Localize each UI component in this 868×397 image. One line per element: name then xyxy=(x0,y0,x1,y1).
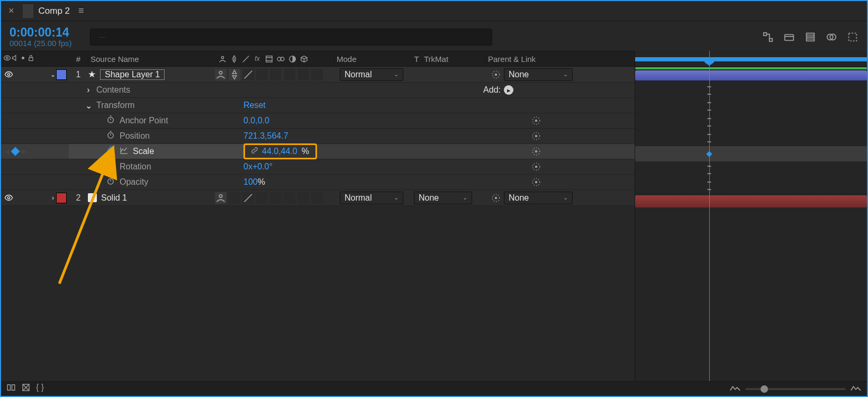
layer-index: 2 xyxy=(69,193,88,203)
toggle-brackets-icon[interactable]: { } xyxy=(36,383,44,395)
constrain-proportions-icon[interactable] xyxy=(250,146,259,157)
trkmat-header[interactable]: TrkMat xyxy=(422,55,485,64)
column-header-row: # Source Name fx Mode T TrkMat Parent & … xyxy=(1,51,635,67)
current-time-display[interactable]: 0:00:00:14 00014 (25.00 fps) xyxy=(10,26,84,48)
keyframe-navigator[interactable]: ◀ ▶ xyxy=(4,148,26,155)
parent-header[interactable]: Parent & Link xyxy=(485,55,624,64)
pickwhip-icon[interactable] xyxy=(531,116,541,125)
parent-select[interactable]: None⌄ xyxy=(504,192,573,204)
chevron-right-icon[interactable]: › xyxy=(50,194,56,202)
prop-label: Position xyxy=(120,131,150,141)
group-contents[interactable]: › Contents Add: ▸ xyxy=(1,83,635,98)
stopwatch-icon[interactable] xyxy=(106,176,115,188)
timeline-footer: { } xyxy=(1,381,867,396)
label-color-swatch[interactable] xyxy=(56,69,67,80)
chevron-right-icon[interactable]: › xyxy=(85,85,92,95)
stopwatch-icon[interactable] xyxy=(106,130,115,142)
motion-blur-icon[interactable] xyxy=(847,31,858,43)
graph-editor-icon[interactable] xyxy=(120,146,129,157)
switches-header: fx xyxy=(215,55,334,64)
trkmat-select[interactable]: None⌄ xyxy=(414,192,472,204)
collapse-icon xyxy=(229,55,239,64)
shy-switch[interactable] xyxy=(215,192,227,204)
timecode[interactable]: 0:00:00:14 xyxy=(10,26,84,39)
panel-menu-icon[interactable]: ≡ xyxy=(78,5,84,16)
reset-link[interactable]: Reset xyxy=(243,101,266,110)
prop-opacity[interactable]: Opacity 100% xyxy=(1,175,635,190)
prop-value[interactable]: 0.0,0.0 xyxy=(243,116,269,125)
quality-switch[interactable] xyxy=(242,192,254,204)
zoom-out-icon[interactable] xyxy=(729,384,741,394)
visibility-toggle[interactable] xyxy=(4,193,13,202)
toggle-modes-icon[interactable] xyxy=(21,383,31,395)
comp-flowchart-icon[interactable] xyxy=(762,31,774,43)
group-label: Contents xyxy=(96,85,130,95)
group-transform[interactable]: ⌄ Transform Reset xyxy=(1,98,635,113)
stopwatch-icon[interactable] xyxy=(106,161,115,173)
current-time-indicator[interactable] xyxy=(709,51,710,381)
svg-point-36 xyxy=(7,196,10,198)
prop-position[interactable]: Position 721.3,564.7 xyxy=(1,129,635,144)
layer-row-shape-layer-1[interactable]: ⌄ 1 ★ Shape Layer 1 Normal⌄ xyxy=(1,67,635,83)
prev-keyframe-icon[interactable]: ◀ xyxy=(4,148,9,155)
pickwhip-icon[interactable] xyxy=(531,131,541,141)
prop-label: Anchor Point xyxy=(120,116,168,125)
timeline-zoom-slider[interactable] xyxy=(729,384,862,394)
layer-bar-solid[interactable] xyxy=(635,195,867,207)
add-label: Add: xyxy=(483,85,501,95)
timeline-search-input[interactable] xyxy=(90,29,492,46)
next-keyframe-icon[interactable]: ▶ xyxy=(22,148,26,155)
parent-select[interactable]: None⌄ xyxy=(504,68,573,81)
prop-scale[interactable]: ◀ ▶ Scale 44.0,44.0% xyxy=(1,144,635,159)
solid-layer-icon xyxy=(88,193,97,202)
label-color-swatch[interactable] xyxy=(56,193,67,203)
layer-row-solid-1[interactable]: › 2 Solid 1 Normal⌄ xyxy=(1,190,635,206)
layer-bar-shape[interactable] xyxy=(635,70,867,80)
toggle-switches-icon[interactable] xyxy=(6,383,16,395)
blend-mode-select[interactable]: Normal⌄ xyxy=(340,192,403,204)
mode-header[interactable]: Mode xyxy=(334,55,411,64)
blend-mode-select[interactable]: Normal⌄ xyxy=(340,68,403,81)
prop-anchor-point[interactable]: Anchor Point 0.0,0.0 xyxy=(1,113,635,129)
draft-3d-icon[interactable] xyxy=(804,31,816,43)
scale-value-highlight: 44.0,44.0% xyxy=(243,143,317,159)
keyframe-diamond-icon[interactable] xyxy=(11,147,20,156)
collapse-switch[interactable] xyxy=(229,69,240,80)
pickwhip-icon[interactable] xyxy=(491,70,501,79)
svg-point-39 xyxy=(495,197,497,198)
prop-value[interactable]: 44.0,44.0 xyxy=(262,147,297,156)
visibility-toggle[interactable] xyxy=(4,70,13,79)
render-queue-icon[interactable] xyxy=(783,31,795,43)
svg-point-29 xyxy=(536,151,537,152)
prop-value[interactable]: +0.0 xyxy=(252,162,269,172)
pickwhip-icon[interactable] xyxy=(491,193,501,203)
shy-switch[interactable] xyxy=(215,69,227,80)
add-button[interactable]: ▸ xyxy=(504,85,513,95)
time-ruler[interactable]: :00s01s xyxy=(635,51,867,67)
prop-value-prefix[interactable]: 0x xyxy=(243,162,252,172)
twirl-down-icon[interactable]: ⌄ xyxy=(50,71,56,78)
work-area-bar[interactable] xyxy=(635,57,867,61)
chevron-down-icon[interactable]: ⌄ xyxy=(85,101,92,111)
close-panel-button[interactable]: × xyxy=(5,4,17,17)
quality-switch[interactable] xyxy=(242,69,254,80)
prop-value[interactable]: 100 xyxy=(243,177,258,187)
layer-name: Solid 1 xyxy=(101,193,127,203)
pickwhip-icon[interactable] xyxy=(531,177,541,187)
svg-point-20 xyxy=(495,74,497,75)
prop-value[interactable]: 721.3,564.7 xyxy=(243,131,288,141)
eye-icon xyxy=(3,54,11,64)
frame-blend-icon[interactable] xyxy=(826,31,837,43)
pickwhip-icon[interactable] xyxy=(531,147,541,156)
pickwhip-icon[interactable] xyxy=(531,162,541,172)
stopwatch-icon[interactable] xyxy=(106,146,115,157)
preserve-transparency-header: T xyxy=(411,55,422,64)
timeline-panel[interactable]: :00s01s xyxy=(635,51,867,381)
source-name-header[interactable]: Source Name xyxy=(88,55,215,64)
layer-name[interactable]: Shape Layer 1 xyxy=(100,69,165,80)
stopwatch-icon[interactable] xyxy=(106,115,115,127)
zoom-in-icon[interactable] xyxy=(850,384,862,394)
panel-tab-bar: × Comp 2 ≡ xyxy=(1,1,867,21)
comp-tab-title[interactable]: Comp 2 xyxy=(39,6,70,16)
prop-rotation[interactable]: Rotation 0x +0.0° xyxy=(1,159,635,175)
